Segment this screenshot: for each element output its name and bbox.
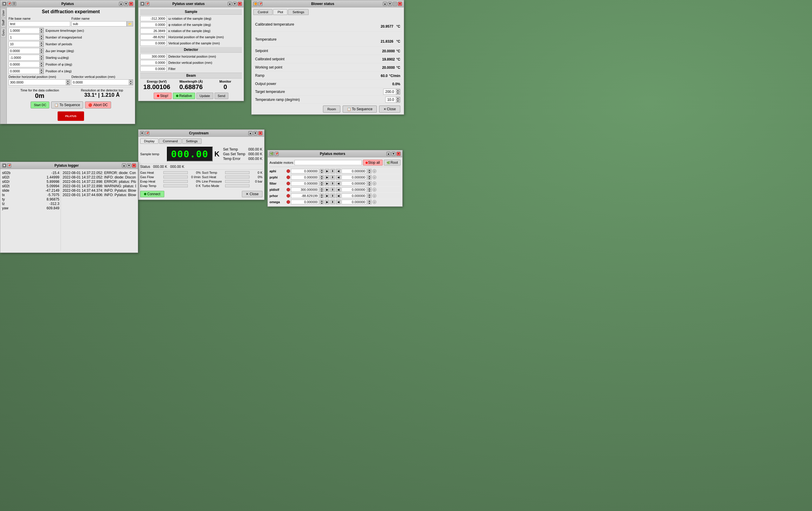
motor-val1-input[interactable]: [291, 169, 319, 173]
blower-up[interactable]: ▲: [383, 2, 387, 6]
motor-down-btn[interactable]: ▼: [320, 183, 324, 186]
cryo-close-btn[interactable]: ✕: [258, 131, 262, 135]
motor-val1-input[interactable]: [291, 194, 319, 198]
cryo-close-button[interactable]: ✕ Close: [242, 191, 262, 197]
stop-all-button[interactable]: Stop all: [363, 160, 383, 166]
room-button[interactable]: Room: [323, 106, 340, 113]
relative-button[interactable]: Relative: [173, 93, 195, 99]
send-button[interactable]: Send: [214, 93, 229, 99]
motor-val2-input[interactable]: [342, 175, 367, 180]
motor-save-btn[interactable]: ⬇: [330, 169, 335, 173]
pylatus-main-menu[interactable]: ☰: [12, 2, 16, 6]
motor-up-btn[interactable]: ▲: [320, 200, 324, 202]
num-images-down[interactable]: ▼: [39, 37, 44, 40]
cryo-tab-command[interactable]: Command: [159, 139, 182, 144]
motor-down-btn[interactable]: ▼: [320, 177, 324, 180]
motor-circle-btn[interactable]: ○: [372, 169, 376, 173]
motors-down[interactable]: ▼: [392, 152, 396, 156]
motor-circle-btn[interactable]: ○: [372, 175, 376, 179]
logger-pin[interactable]: 📌: [7, 164, 11, 168]
num-periods-down[interactable]: ▼: [39, 44, 44, 47]
motor-val1-input[interactable]: [291, 181, 319, 186]
folder-name-input[interactable]: [71, 21, 127, 26]
sidebar-guru[interactable]: Guru: [1, 28, 6, 37]
motors-close[interactable]: ✕: [397, 152, 401, 156]
motor-down-btn[interactable]: ▼: [320, 202, 324, 204]
motor2-up-btn[interactable]: ▲: [367, 187, 372, 190]
cryo-connect-button[interactable]: Connect: [140, 191, 164, 197]
motor-down-btn[interactable]: ▼: [320, 190, 324, 192]
motor2-down-btn[interactable]: ▼: [367, 196, 372, 198]
target-temp-down[interactable]: ▼: [396, 92, 400, 94]
abort-dc-button[interactable]: 🔴 Abort DC: [85, 102, 111, 109]
motor-save-btn[interactable]: ⬇: [330, 200, 335, 204]
motor2-down-btn[interactable]: ▼: [367, 177, 372, 180]
motor-up-btn[interactable]: ▲: [320, 169, 324, 171]
motor2-up-btn[interactable]: ▲: [367, 200, 372, 202]
blower-close[interactable]: ✕: [398, 2, 402, 6]
motor-left-btn[interactable]: ◀: [336, 175, 341, 180]
motor-circle-btn[interactable]: ○: [372, 200, 376, 204]
blower-down[interactable]: ▼: [388, 2, 392, 6]
det-horiz-down[interactable]: ▼: [66, 82, 70, 85]
motor-play-btn[interactable]: ▶: [325, 200, 329, 204]
pylatus-main-pin[interactable]: 📌: [7, 2, 11, 6]
logger-up[interactable]: ▲: [122, 164, 126, 168]
motor-up-btn[interactable]: ▲: [320, 187, 324, 190]
cryo-up[interactable]: ▲: [248, 131, 253, 135]
motor-play-btn[interactable]: ▶: [325, 194, 329, 198]
motor-down-btn[interactable]: ▼: [320, 171, 324, 173]
logger-down[interactable]: ▼: [127, 164, 131, 168]
starting-omega-down[interactable]: ▼: [39, 58, 44, 60]
motor-save-btn[interactable]: ⬇: [330, 187, 335, 192]
motor-val1-input[interactable]: [291, 175, 319, 180]
num-periods-up[interactable]: ▲: [39, 41, 44, 44]
motor-play-btn[interactable]: ▶: [325, 181, 329, 186]
stop-button[interactable]: Stop!: [154, 93, 172, 99]
motor-stop-dot[interactable]: [287, 169, 290, 173]
motor2-down-btn[interactable]: ▼: [367, 183, 372, 186]
file-base-name-input[interactable]: [8, 21, 70, 26]
motors-pin[interactable]: 📌: [274, 152, 279, 156]
position-phi-up[interactable]: ▲: [39, 62, 44, 64]
motor-play-btn[interactable]: ▶: [325, 175, 329, 180]
blower-close-button[interactable]: ✕ Close: [379, 106, 400, 113]
temp-ramp-down[interactable]: ▼: [396, 100, 400, 102]
motors-search-input[interactable]: [294, 160, 361, 165]
motor2-up-btn[interactable]: ▲: [367, 169, 372, 171]
motor-stop-dot[interactable]: [287, 175, 290, 179]
motors-up[interactable]: ▲: [386, 152, 390, 156]
pylatus-main-down[interactable]: ▼: [124, 2, 128, 6]
motor-val2-input[interactable]: [342, 200, 367, 204]
motor-stop-dot[interactable]: [287, 188, 290, 191]
motor-circle-btn[interactable]: ○: [372, 181, 376, 186]
motor-circle-btn[interactable]: ○: [372, 194, 376, 198]
start-dc-button[interactable]: Start DC: [31, 102, 49, 109]
motor-left-btn[interactable]: ◀: [336, 181, 341, 186]
motor2-up-btn[interactable]: ▲: [367, 175, 372, 177]
det-vert-down[interactable]: ▼: [129, 82, 133, 85]
motor-val2-input[interactable]: [342, 169, 367, 173]
motor-up-btn[interactable]: ▲: [320, 181, 324, 183]
cryo-down[interactable]: ▼: [253, 131, 257, 135]
status-pin[interactable]: 📌: [145, 2, 149, 6]
blower-pin[interactable]: 📌: [258, 2, 262, 6]
motor2-up-btn[interactable]: ▲: [367, 181, 372, 183]
status-down[interactable]: ▼: [233, 2, 237, 6]
motor-up-btn[interactable]: ▲: [320, 175, 324, 177]
motor2-down-btn[interactable]: ▼: [367, 171, 372, 173]
motor-up-btn[interactable]: ▲: [320, 194, 324, 196]
motor-left-btn[interactable]: ◀: [336, 194, 341, 198]
tab-control[interactable]: Control: [253, 9, 272, 15]
motor-val2-input[interactable]: [342, 187, 367, 192]
motor-left-btn[interactable]: ◀: [336, 200, 341, 204]
cryo-pin[interactable]: 📌: [145, 131, 149, 135]
motor-val2-input[interactable]: [342, 181, 367, 186]
motor-save-btn[interactable]: ⬇: [330, 194, 335, 198]
motor-play-btn[interactable]: ▶: [325, 169, 329, 173]
delta-omega-up[interactable]: ▲: [39, 48, 44, 51]
motor-play-btn[interactable]: ▶: [325, 187, 329, 192]
root-button[interactable]: 🌿 Root: [384, 160, 401, 166]
det-horiz-up[interactable]: ▲: [66, 80, 70, 82]
starting-omega-up[interactable]: ▲: [39, 55, 44, 58]
